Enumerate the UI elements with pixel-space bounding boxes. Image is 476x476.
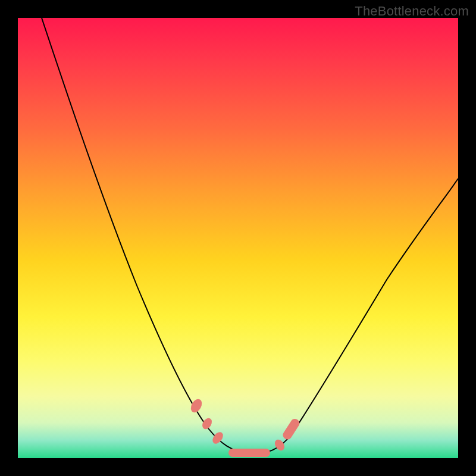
bottleneck-curve [42, 18, 458, 453]
bottleneck-curve-svg [18, 18, 458, 458]
plot-area [18, 18, 458, 458]
marker-4-bar [228, 449, 270, 457]
chart-frame: TheBottleneck.com [0, 0, 476, 476]
attribution-label: TheBottleneck.com [355, 4, 469, 19]
marker-2 [201, 416, 214, 431]
marker-1 [189, 397, 204, 415]
curve-markers [189, 397, 301, 457]
marker-6-bar [281, 417, 301, 441]
marker-5 [273, 438, 287, 452]
